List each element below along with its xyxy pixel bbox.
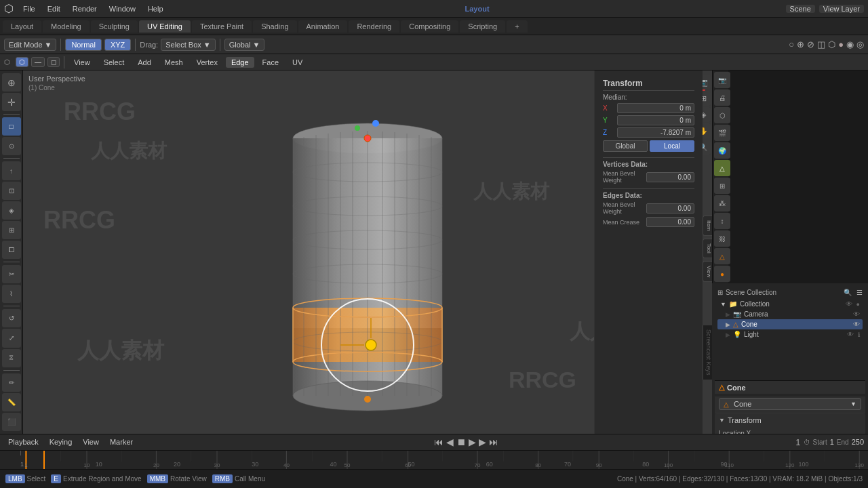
view-layer-selector[interactable]: View Layer	[819, 5, 864, 13]
outliner-cone[interactable]: ▶ △ Cone 👁	[717, 319, 863, 329]
mode-selector[interactable]: Edit Mode ▼	[4, 39, 56, 51]
select-key[interactable]: LMB	[5, 474, 25, 483]
tab-scripting[interactable]: Scripting	[460, 20, 505, 33]
timeline-marker[interactable]: Marker	[106, 436, 137, 447]
y-value[interactable]: 0 m	[617, 115, 694, 125]
timeline-playback[interactable]: Playback	[4, 436, 43, 447]
vertex-face-edge-selector[interactable]: ⬡	[16, 57, 28, 67]
extrude-key[interactable]: E	[51, 474, 61, 483]
tab-texture-paint[interactable]: Texture Paint	[192, 20, 252, 33]
z-value[interactable]: -7.8207 m	[617, 127, 694, 138]
material-icon[interactable]: ◉	[846, 39, 854, 49]
xyz-btn[interactable]: XYZ	[104, 39, 131, 51]
lasso-tool[interactable]: ⊙	[2, 137, 21, 155]
output-props-icon[interactable]: 🖨	[714, 89, 730, 106]
mean-bevel-edges-val[interactable]: 0.00	[646, 203, 694, 214]
constraints-props-icon[interactable]: ⛓	[714, 230, 730, 247]
playhead[interactable]	[43, 451, 45, 469]
skip-prev-btn[interactable]: ⏮	[434, 436, 443, 447]
transform-section-header[interactable]: ▼ Transform	[715, 413, 865, 427]
object-props-icon[interactable]: △	[714, 160, 730, 176]
next-frame-btn[interactable]: ▶	[479, 436, 486, 447]
outliner-filter-icon[interactable]: ☰	[856, 289, 863, 296]
world-props-icon[interactable]: 🌍	[714, 142, 730, 159]
bevel-tool[interactable]: ◈	[2, 201, 21, 220]
item-tab[interactable]: Item	[703, 216, 712, 236]
scene-props-icon[interactable]: 🎬	[714, 125, 730, 141]
select-box-dropdown[interactable]: Select Box ▼	[161, 39, 215, 51]
outliner-light[interactable]: ▶ 💡 Light 👁 ℹ	[717, 329, 863, 340]
shear-tool[interactable]: ⧖	[2, 349, 21, 367]
tab-uv-editing[interactable]: UV Editing	[139, 20, 191, 33]
move-tool[interactable]: ✛	[2, 93, 21, 111]
3d-viewport[interactable]: RRCG 人人素材 RRCG 人人素材 RRCG 人人素材 人人素材 User …	[23, 70, 712, 434]
modifier-props-icon[interactable]: ⊞	[714, 178, 730, 194]
physics-props-icon[interactable]: ↕	[714, 213, 730, 229]
light-info-icon[interactable]: ℹ	[858, 331, 860, 338]
play-btn[interactable]: ▶	[469, 436, 476, 447]
menu-edit[interactable]: Edit	[42, 3, 66, 14]
knife-tool[interactable]: ✂	[2, 265, 21, 283]
outliner-scene-collection[interactable]: ▼ 📁 Collection 👁 ●	[717, 299, 863, 309]
screen-keys-tab[interactable]: Screencast Keys	[703, 325, 712, 380]
xray-icon[interactable]: ◫	[817, 39, 825, 49]
proportional-edit-icon[interactable]: ○	[789, 39, 794, 49]
measure-tool[interactable]: 📏	[2, 393, 21, 411]
global-btn[interactable]: Global	[603, 140, 648, 152]
material-props-icon[interactable]: ●	[714, 266, 730, 282]
menu-face[interactable]: Face	[257, 57, 284, 68]
select-tool[interactable]: □	[2, 117, 21, 136]
menu-edge[interactable]: Edge	[226, 57, 254, 68]
extrude-tool[interactable]: ↑	[2, 161, 21, 180]
menu-add[interactable]: Add	[132, 57, 157, 68]
timeline-keying[interactable]: Keying	[45, 436, 77, 447]
menu-vertex[interactable]: Vertex	[191, 57, 223, 68]
light-eye-icon[interactable]: 👁	[847, 331, 854, 338]
scene-selector[interactable]: Scene	[786, 5, 815, 13]
tab-rendering[interactable]: Rendering	[349, 20, 399, 33]
end-frame-input[interactable]: 250	[852, 438, 864, 446]
menu-uv[interactable]: UV	[287, 57, 308, 68]
edge-select-btn[interactable]: —	[31, 57, 45, 67]
cursor-tool[interactable]: ⊕	[2, 73, 21, 92]
object-data-props-icon[interactable]: △	[714, 248, 730, 264]
tool-tab[interactable]: Tool	[703, 239, 712, 258]
add-cube-tool[interactable]: ⬛	[2, 413, 21, 431]
eye-icon[interactable]: 👁	[846, 300, 852, 308]
menu-render[interactable]: Render	[67, 3, 102, 14]
tab-sculpting[interactable]: Sculpting	[91, 20, 138, 33]
outliner-camera[interactable]: ▶ 📷 Camera 👁	[717, 309, 863, 319]
restrict-render-icon[interactable]: ●	[856, 301, 860, 308]
annotate-tool[interactable]: ✏	[2, 373, 21, 392]
current-frame-input[interactable]: 1	[795, 437, 800, 447]
tab-compositing[interactable]: Compositing	[401, 20, 458, 33]
call-menu-key[interactable]: RMB	[212, 474, 233, 483]
tab-layout[interactable]: Layout	[3, 20, 41, 33]
prev-frame-btn[interactable]: ◀	[446, 436, 454, 447]
global-dropdown[interactable]: Global ▼	[224, 39, 265, 51]
x-value[interactable]: 0 m	[617, 103, 694, 113]
cone-eye-icon[interactable]: 👁	[853, 321, 860, 328]
view-layer-props-icon[interactable]: ⬡	[714, 107, 730, 123]
object-name-display[interactable]: Cone	[727, 384, 746, 392]
menu-window[interactable]: Window	[104, 3, 141, 14]
normal-btn[interactable]: Normal	[65, 39, 101, 51]
wire-icon[interactable]: ⬡	[828, 39, 835, 49]
skip-next-btn[interactable]: ⏭	[489, 436, 498, 447]
menu-mesh[interactable]: Mesh	[159, 57, 189, 68]
local-btn[interactable]: Local	[650, 140, 694, 152]
outliner-search-icon[interactable]: 🔍	[844, 289, 852, 296]
active-object-dropdown[interactable]: △ Cone ▼	[719, 398, 861, 410]
menu-help[interactable]: Help	[142, 3, 169, 14]
tab-animation[interactable]: Animation	[298, 20, 348, 33]
timeline-ruler[interactable]: 1 10 20 30 40 50 60 70 80 90 100	[0, 451, 868, 469]
inset-tool[interactable]: ⊡	[2, 182, 21, 200]
tab-modeling[interactable]: Modeling	[43, 20, 90, 33]
rotate-key[interactable]: MMB	[147, 474, 168, 483]
offset-edge-tool[interactable]: ⧠	[2, 241, 21, 259]
scale-tool[interactable]: ⤢	[2, 329, 21, 347]
face-select-btn[interactable]: ◻	[47, 57, 60, 67]
mean-crease-val[interactable]: 0.00	[646, 217, 694, 227]
menu-file[interactable]: File	[18, 3, 41, 14]
menu-select[interactable]: Select	[98, 57, 130, 68]
